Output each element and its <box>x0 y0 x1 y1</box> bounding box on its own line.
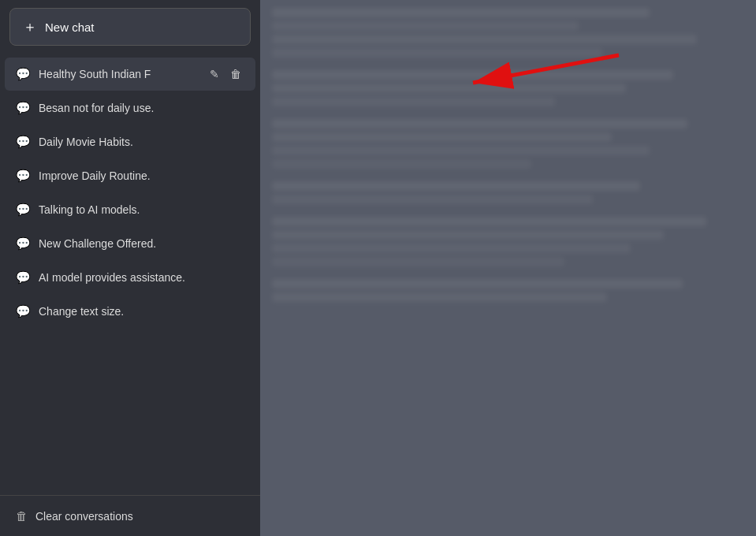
chat-bubble-icon: 💬 <box>16 270 31 285</box>
chat-item-label: Change text size. <box>39 305 244 318</box>
chat-bubble-icon: 💬 <box>16 101 31 115</box>
chat-bubble-icon: 💬 <box>16 169 31 183</box>
chat-item-actions: ✎ 🗑 <box>207 67 244 81</box>
delete-button[interactable]: 🗑 <box>227 67 244 81</box>
chat-item-label: Improve Daily Routine. <box>39 169 244 182</box>
chat-item-talking[interactable]: 💬 Talking to AI models. <box>5 193 255 226</box>
new-chat-label: New chat <box>45 20 95 34</box>
sidebar: ＋ New chat 💬 Healthy South Indian F ✎ 🗑 … <box>0 0 260 536</box>
chat-item-aimodel[interactable]: 💬 AI model provides assistance. <box>5 261 255 294</box>
chat-item-label: AI model provides assistance. <box>39 271 244 284</box>
chat-item-challenge[interactable]: 💬 New Challenge Offered. <box>5 227 255 260</box>
clear-conversations-button[interactable]: 🗑 Clear conversations <box>5 498 255 534</box>
blurred-background <box>260 0 756 536</box>
plus-icon: ＋ <box>23 20 37 34</box>
chat-item-routine[interactable]: 💬 Improve Daily Routine. <box>5 159 255 192</box>
chat-item-label: Besan not for daily use. <box>39 102 244 114</box>
trash-icon: 🗑 <box>16 509 28 523</box>
edit-button[interactable]: ✎ <box>207 67 222 81</box>
chat-item-healthy[interactable]: 💬 Healthy South Indian F ✎ 🗑 <box>5 58 255 91</box>
chat-bubble-icon: 💬 <box>16 135 31 149</box>
chat-bubble-icon: 💬 <box>16 203 31 217</box>
chat-item-besan[interactable]: 💬 Besan not for daily use. <box>5 91 255 125</box>
chat-item-label: Daily Movie Habits. <box>39 136 244 148</box>
new-chat-button[interactable]: ＋ New chat <box>9 8 251 46</box>
sidebar-footer: 🗑 Clear conversations <box>0 495 260 536</box>
chat-item-label: New Challenge Offered. <box>39 237 244 250</box>
chat-item-label: Healthy South Indian F <box>39 68 199 80</box>
clear-conversations-label: Clear conversations <box>35 510 133 523</box>
main-content <box>260 0 756 536</box>
chat-list: 💬 Healthy South Indian F ✎ 🗑 💬 Besan not… <box>0 54 260 495</box>
chat-item-textsize[interactable]: 💬 Change text size. <box>5 295 255 328</box>
chat-bubble-icon: 💬 <box>16 236 31 251</box>
chat-bubble-icon: 💬 <box>16 67 31 81</box>
chat-bubble-icon: 💬 <box>16 304 31 318</box>
chat-item-label: Talking to AI models. <box>39 203 244 216</box>
chat-item-movie[interactable]: 💬 Daily Movie Habits. <box>5 125 255 158</box>
